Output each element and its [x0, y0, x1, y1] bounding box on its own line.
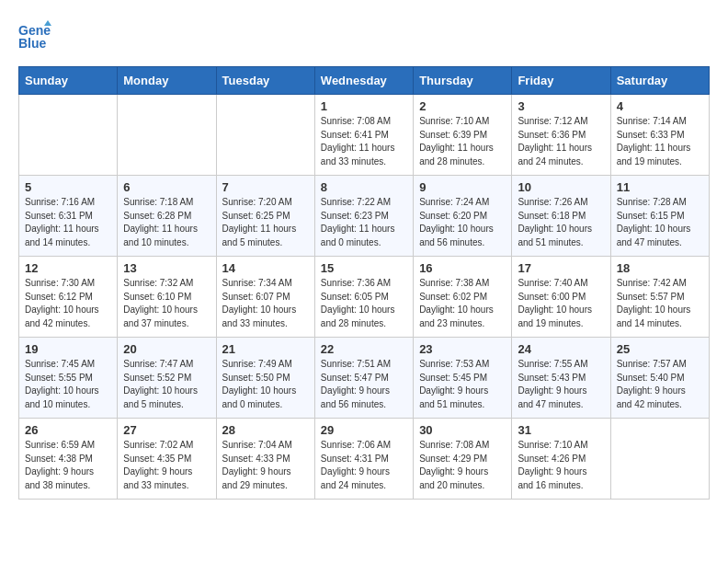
- week-row-2: 5Sunrise: 7:16 AM Sunset: 6:31 PM Daylig…: [19, 176, 710, 257]
- day-info: Sunrise: 7:14 AM Sunset: 6:33 PM Dayligh…: [617, 115, 703, 168]
- calendar-cell: 20Sunrise: 7:47 AM Sunset: 5:52 PM Dayli…: [118, 338, 216, 419]
- calendar-cell: 6Sunrise: 7:18 AM Sunset: 6:28 PM Daylig…: [118, 176, 216, 257]
- day-number: 3: [518, 99, 604, 113]
- day-number: 2: [419, 99, 506, 113]
- day-number: 7: [222, 180, 309, 194]
- calendar-cell: 18Sunrise: 7:42 AM Sunset: 5:57 PM Dayli…: [610, 257, 709, 338]
- week-row-4: 19Sunrise: 7:45 AM Sunset: 5:55 PM Dayli…: [19, 338, 710, 419]
- calendar-cell: [118, 95, 216, 176]
- calendar-cell: 1Sunrise: 7:08 AM Sunset: 6:41 PM Daylig…: [314, 95, 413, 176]
- day-info: Sunrise: 7:22 AM Sunset: 6:23 PM Dayligh…: [321, 196, 407, 249]
- day-number: 24: [518, 342, 604, 356]
- day-info: Sunrise: 7:26 AM Sunset: 6:18 PM Dayligh…: [518, 196, 604, 249]
- day-number: 5: [25, 180, 111, 194]
- day-number: 10: [518, 180, 604, 194]
- calendar-cell: 14Sunrise: 7:34 AM Sunset: 6:07 PM Dayli…: [216, 257, 314, 338]
- day-info: Sunrise: 7:51 AM Sunset: 5:47 PM Dayligh…: [321, 358, 407, 411]
- calendar-cell: 24Sunrise: 7:55 AM Sunset: 5:43 PM Dayli…: [512, 338, 610, 419]
- day-number: 11: [617, 180, 703, 194]
- day-number: 6: [123, 180, 210, 194]
- weekday-header-monday: Monday: [118, 67, 216, 95]
- day-info: Sunrise: 7:12 AM Sunset: 6:36 PM Dayligh…: [518, 115, 604, 168]
- day-info: Sunrise: 7:08 AM Sunset: 6:41 PM Dayligh…: [321, 115, 407, 168]
- day-number: 21: [222, 342, 309, 356]
- day-number: 22: [321, 342, 407, 356]
- day-number: 27: [123, 423, 210, 437]
- svg-text:Blue: Blue: [18, 36, 47, 51]
- day-number: 25: [617, 342, 703, 356]
- calendar-cell: 28Sunrise: 7:04 AM Sunset: 4:33 PM Dayli…: [216, 419, 314, 500]
- calendar-cell: 25Sunrise: 7:57 AM Sunset: 5:40 PM Dayli…: [610, 338, 709, 419]
- day-number: 29: [321, 423, 407, 437]
- calendar-cell: 21Sunrise: 7:49 AM Sunset: 5:50 PM Dayli…: [216, 338, 314, 419]
- day-number: 31: [518, 423, 604, 437]
- calendar-cell: 8Sunrise: 7:22 AM Sunset: 6:23 PM Daylig…: [314, 176, 413, 257]
- day-number: 23: [419, 342, 506, 356]
- calendar-cell: 15Sunrise: 7:36 AM Sunset: 6:05 PM Dayli…: [314, 257, 413, 338]
- day-info: Sunrise: 7:28 AM Sunset: 6:15 PM Dayligh…: [617, 196, 703, 249]
- day-info: Sunrise: 7:08 AM Sunset: 4:29 PM Dayligh…: [419, 439, 506, 492]
- calendar-cell: 9Sunrise: 7:24 AM Sunset: 6:20 PM Daylig…: [414, 176, 512, 257]
- calendar-cell: 27Sunrise: 7:02 AM Sunset: 4:35 PM Dayli…: [118, 419, 216, 500]
- day-info: Sunrise: 7:06 AM Sunset: 4:31 PM Dayligh…: [321, 439, 407, 492]
- day-number: 28: [222, 423, 309, 437]
- calendar-cell: 19Sunrise: 7:45 AM Sunset: 5:55 PM Dayli…: [19, 338, 118, 419]
- day-number: 20: [123, 342, 210, 356]
- calendar-cell: 11Sunrise: 7:28 AM Sunset: 6:15 PM Dayli…: [610, 176, 709, 257]
- day-number: 14: [222, 261, 309, 275]
- calendar-cell: 10Sunrise: 7:26 AM Sunset: 6:18 PM Dayli…: [512, 176, 610, 257]
- page-header: General Blue: [18, 18, 710, 52]
- day-info: Sunrise: 7:45 AM Sunset: 5:55 PM Dayligh…: [25, 358, 111, 411]
- calendar-cell: 13Sunrise: 7:32 AM Sunset: 6:10 PM Dayli…: [118, 257, 216, 338]
- day-info: Sunrise: 7:18 AM Sunset: 6:28 PM Dayligh…: [123, 196, 210, 249]
- calendar-cell: 23Sunrise: 7:53 AM Sunset: 5:45 PM Dayli…: [414, 338, 512, 419]
- day-info: Sunrise: 7:53 AM Sunset: 5:45 PM Dayligh…: [419, 358, 506, 411]
- day-info: Sunrise: 7:30 AM Sunset: 6:12 PM Dayligh…: [25, 277, 111, 330]
- day-number: 16: [419, 261, 506, 275]
- day-number: 4: [617, 99, 703, 113]
- weekday-header-thursday: Thursday: [414, 67, 512, 95]
- logo-icon: General Blue: [18, 18, 51, 52]
- day-number: 9: [419, 180, 506, 194]
- calendar-cell: 17Sunrise: 7:40 AM Sunset: 6:00 PM Dayli…: [512, 257, 610, 338]
- calendar-cell: 2Sunrise: 7:10 AM Sunset: 6:39 PM Daylig…: [414, 95, 512, 176]
- day-number: 12: [25, 261, 111, 275]
- day-info: Sunrise: 7:47 AM Sunset: 5:52 PM Dayligh…: [123, 358, 210, 411]
- calendar-cell: [610, 419, 709, 500]
- weekday-header-sunday: Sunday: [19, 67, 118, 95]
- day-info: Sunrise: 7:02 AM Sunset: 4:35 PM Dayligh…: [123, 439, 210, 492]
- day-number: 19: [25, 342, 111, 356]
- weekday-header-row: SundayMondayTuesdayWednesdayThursdayFrid…: [19, 67, 710, 95]
- day-number: 8: [321, 180, 407, 194]
- weekday-header-saturday: Saturday: [610, 67, 709, 95]
- week-row-3: 12Sunrise: 7:30 AM Sunset: 6:12 PM Dayli…: [19, 257, 710, 338]
- weekday-header-friday: Friday: [512, 67, 610, 95]
- calendar-cell: 7Sunrise: 7:20 AM Sunset: 6:25 PM Daylig…: [216, 176, 314, 257]
- calendar-cell: 16Sunrise: 7:38 AM Sunset: 6:02 PM Dayli…: [414, 257, 512, 338]
- day-info: Sunrise: 7:38 AM Sunset: 6:02 PM Dayligh…: [419, 277, 506, 330]
- calendar-cell: 22Sunrise: 7:51 AM Sunset: 5:47 PM Dayli…: [314, 338, 413, 419]
- day-number: 18: [617, 261, 703, 275]
- calendar-cell: 30Sunrise: 7:08 AM Sunset: 4:29 PM Dayli…: [414, 419, 512, 500]
- day-info: Sunrise: 7:10 AM Sunset: 6:39 PM Dayligh…: [419, 115, 506, 168]
- calendar-table: SundayMondayTuesdayWednesdayThursdayFrid…: [18, 66, 710, 500]
- calendar-cell: 12Sunrise: 7:30 AM Sunset: 6:12 PM Dayli…: [19, 257, 118, 338]
- week-row-5: 26Sunrise: 6:59 AM Sunset: 4:38 PM Dayli…: [19, 419, 710, 500]
- calendar-cell: [216, 95, 314, 176]
- day-number: 17: [518, 261, 604, 275]
- day-info: Sunrise: 7:40 AM Sunset: 6:00 PM Dayligh…: [518, 277, 604, 330]
- day-number: 15: [321, 261, 407, 275]
- logo: General Blue: [18, 18, 57, 52]
- calendar-cell: [19, 95, 118, 176]
- calendar-cell: 26Sunrise: 6:59 AM Sunset: 4:38 PM Dayli…: [19, 419, 118, 500]
- day-info: Sunrise: 7:42 AM Sunset: 5:57 PM Dayligh…: [617, 277, 703, 330]
- day-info: Sunrise: 7:49 AM Sunset: 5:50 PM Dayligh…: [222, 358, 309, 411]
- day-info: Sunrise: 7:20 AM Sunset: 6:25 PM Dayligh…: [222, 196, 309, 249]
- day-info: Sunrise: 6:59 AM Sunset: 4:38 PM Dayligh…: [25, 439, 111, 492]
- weekday-header-wednesday: Wednesday: [314, 67, 413, 95]
- day-number: 13: [123, 261, 210, 275]
- day-info: Sunrise: 7:16 AM Sunset: 6:31 PM Dayligh…: [25, 196, 111, 249]
- day-info: Sunrise: 7:55 AM Sunset: 5:43 PM Dayligh…: [518, 358, 604, 411]
- week-row-1: 1Sunrise: 7:08 AM Sunset: 6:41 PM Daylig…: [19, 95, 710, 176]
- day-info: Sunrise: 7:34 AM Sunset: 6:07 PM Dayligh…: [222, 277, 309, 330]
